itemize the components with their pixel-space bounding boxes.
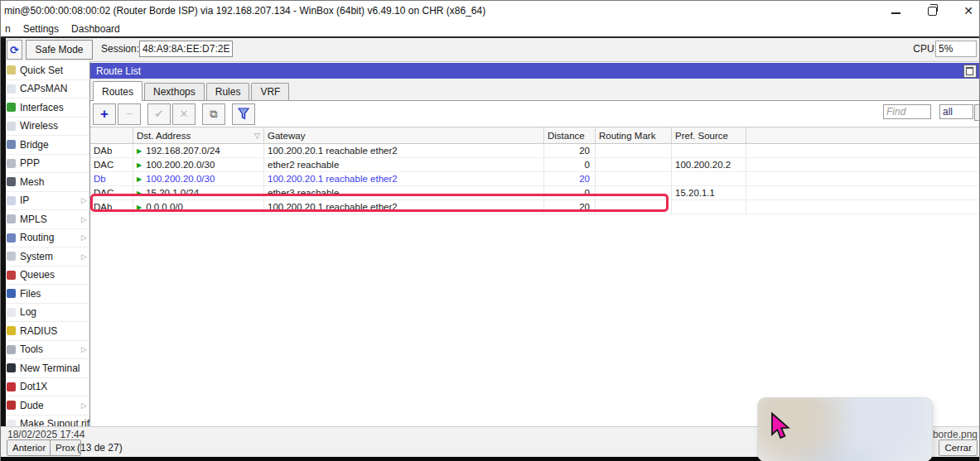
submenu-arrow-icon: ▷ [81,345,87,353]
cerrar-button[interactable]: Cerrar [939,439,978,456]
submenu-arrow-icon: ▷ [81,215,87,223]
dropdown-arrow-button[interactable] [974,104,980,121]
sidebar-item[interactable]: Log ▷ [6,304,89,323]
window-title: min@50:00:00:08:00:02 (Router Borde ISP)… [1,5,485,17]
plus-icon: + [100,106,109,122]
files-icon [7,289,16,298]
table-row[interactable]: DAC ▶15.20.1.0/24 ether3 reachable 0 15.… [90,186,980,200]
column-gateway[interactable]: Gateway [264,127,544,143]
radius-icon [7,326,16,335]
table-body: DAb ▶192.168.207.0/24 100.200.20.1 reach… [90,144,980,214]
route-active-icon: ▶ [137,175,142,183]
safe-mode-button[interactable]: Safe Mode [26,40,93,60]
find-input[interactable] [883,104,931,119]
sidebar-item[interactable]: Mesh ▷ [6,173,89,192]
route-active-icon: ▶ [137,204,142,211]
table-row[interactable]: DAb ▶0.0.0.0/0 100.200.20.1 reachable et… [90,200,980,214]
next-button[interactable]: Prox [50,439,81,456]
sidebar-item[interactable]: Interfaces ▷ [6,98,89,118]
window-left-strip [0,38,6,426]
sidebar-item[interactable]: Dot1X ▷ [6,378,89,397]
menu-item[interactable]: Settings [23,23,59,35]
restore-icon [928,7,937,16]
minus-icon: − [126,108,133,120]
titlebar: min@50:00:00:08:00:02 (Router Borde ISP)… [1,1,979,21]
enable-route-button[interactable]: ✔ [147,103,171,125]
sidebar: Quick Set ▷ CAPsMAN ▷ Interfaces ▷ Wirel… [6,61,90,426]
tab[interactable]: Rules [206,83,250,100]
sidebar-item[interactable]: RADIUS ▷ [6,322,89,341]
minimize-icon [891,12,900,14]
session-toolbar: ⟳ Safe Mode Session: 48:A9:8A:EE:D7:2E C… [1,38,979,62]
sidebar-item[interactable]: Quick Set ▷ [6,61,89,80]
minimize-button[interactable] [890,5,901,17]
sidebar-item[interactable]: MPLS ▷ [6,210,89,229]
cpu-value-field: 5% [935,41,977,57]
sidebar-item[interactable]: IP ▷ [6,192,89,211]
routes-table: Dst. Address ▽ Gateway Distance Routing … [90,127,980,214]
table-row[interactable]: DAb ▶192.168.207.0/24 100.200.20.1 reach… [90,144,980,158]
remove-route-button[interactable]: − [118,103,141,125]
bridge-icon [7,140,16,149]
close-button[interactable]: ✕ [963,5,974,17]
column-pref-source[interactable]: Pref. Source [672,127,746,143]
table-row[interactable]: Db ▶100.200.20.0/30 100.200.20.1 reachab… [90,172,980,186]
sidebar-item[interactable]: PPP ▷ [6,155,89,174]
sidebar-item[interactable]: Tools ▷ [6,341,89,360]
column-routing-mark[interactable]: Routing Mark [596,127,672,143]
route-list-toolbar: + − ✔ ✕ ⧉ all [90,101,980,127]
sidebar-item[interactable]: Dude ▷ [6,396,89,415]
submenu-arrow-icon: ▷ [81,252,87,261]
tab[interactable]: VRF [251,83,289,100]
sidebar-item[interactable]: Files ▷ [6,285,89,304]
copy-icon: ⧉ [210,108,217,121]
sidebar-item[interactable]: Queues ▷ [6,267,89,286]
supout-icon [7,420,16,426]
sidebar-item[interactable]: Bridge ▷ [6,136,89,155]
column-flags[interactable] [90,127,133,143]
sidebar-item[interactable]: System ▷ [6,247,89,267]
sidebar-item[interactable]: CAPsMAN ▷ [6,80,89,99]
mouse-cursor [770,412,793,443]
table-row[interactable]: DAC ▶100.200.20.0/30 ether2 reachable 0 … [90,158,980,172]
reconnect-button[interactable]: ⟳ [7,40,22,60]
sidebar-item[interactable]: Routing ▷ [6,229,89,248]
sidebar-item[interactable]: Wireless ▷ [6,118,89,137]
route-list-title: Route List [96,65,141,77]
comment-button[interactable]: ⧉ [202,103,225,125]
ppp-icon [7,159,16,168]
sidebar-item[interactable]: New Terminal ▷ [6,359,89,378]
maximize-icon[interactable] [963,65,977,78]
datetime-label: 18/02/2025 17:44 [7,429,84,440]
quickset-icon [7,65,16,74]
terminal-icon [7,363,16,372]
window-controls: ✕ [890,1,974,21]
restore-button[interactable] [926,5,938,17]
log-icon [7,308,16,317]
dot1x-icon [7,382,16,391]
column-dst-address[interactable]: Dst. Address ▽ [133,127,264,143]
table-header: Dst. Address ▽ Gateway Distance Routing … [90,127,980,144]
filter-button[interactable] [232,103,255,125]
capsman-icon [7,84,16,94]
tab[interactable]: Routes [93,81,142,101]
menu-item[interactable]: n [5,23,11,35]
route-active-icon: ▶ [137,161,142,169]
sidebar-item[interactable]: Make Supout.rif ▷ [6,415,89,427]
add-route-button[interactable]: + [93,103,116,125]
column-filler [746,127,980,143]
previous-button[interactable]: Anterior [7,439,51,456]
refresh-icon: ⟳ [10,44,19,56]
disable-route-button[interactable]: ✕ [172,103,196,125]
session-field[interactable]: 48:A9:8A:EE:D7:2E [139,41,233,57]
route-active-icon: ▶ [137,190,142,197]
column-distance[interactable]: Distance [544,127,596,143]
filter-scope-dropdown[interactable]: all [939,104,973,119]
check-icon: ✔ [155,108,164,120]
route-list-tabs: Routes Nexthops Rules VRF [90,79,980,101]
menu-item[interactable]: Dashboard [71,23,120,35]
wireless-icon [7,122,16,131]
tab[interactable]: Nexthops [144,83,205,100]
submenu-arrow-icon: ▷ [81,233,87,242]
route-list-titlebar[interactable]: Route List [90,63,980,79]
